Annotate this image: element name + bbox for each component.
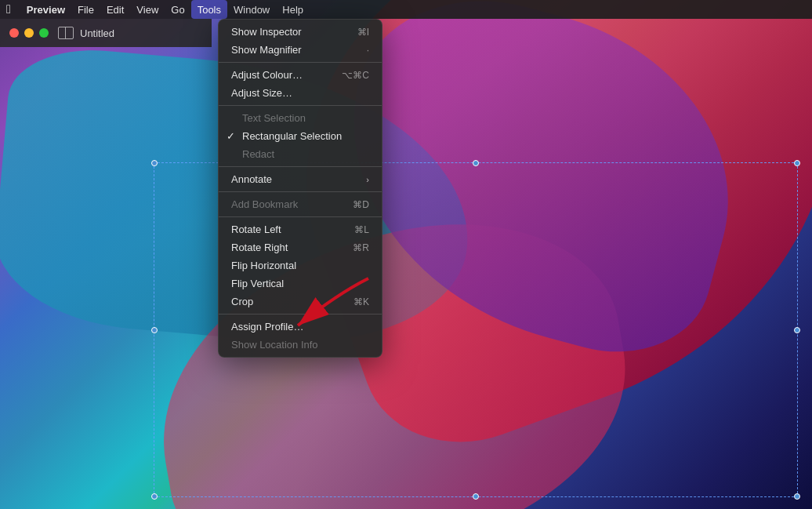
minimize-button[interactable]: [24, 28, 34, 38]
menu-item-flip-vertical[interactable]: Flip Vertical: [219, 274, 382, 293]
menu-item-label: Show Inspector: [231, 26, 302, 38]
separator-6: [219, 314, 382, 314]
menu-item-add-bookmark: Add Bookmark ⌘D: [219, 195, 382, 213]
menu-item-show-magnifier[interactable]: Show Magnifier ·: [219, 41, 382, 59]
menu-item-label: Annotate: [231, 173, 272, 185]
menu-item-label: Flip Vertical: [231, 278, 284, 289]
menu-item-label: Assign Profile…: [231, 321, 303, 333]
shortcut-show-inspector: ⌘I: [357, 27, 369, 38]
shortcut-add-bookmark: ⌘D: [353, 199, 369, 210]
menu-item-annotate[interactable]: Annotate ›: [219, 170, 382, 188]
shortcut-crop: ⌘K: [353, 296, 369, 307]
menu-item-label: Text Selection: [242, 112, 306, 124]
menubar-item-help[interactable]: Help: [276, 0, 310, 19]
close-button[interactable]: [9, 28, 19, 38]
menubar-item-view[interactable]: View: [130, 0, 165, 19]
menu-item-rectangular-selection[interactable]: ✓ Rectangular Selection: [219, 127, 382, 145]
selection-handle-tc[interactable]: [473, 160, 479, 166]
menu-item-redact: Redact: [219, 145, 382, 163]
menu-item-adjust-size[interactable]: Adjust Size…: [219, 84, 382, 102]
shortcut-rotate-right: ⌘R: [353, 242, 369, 253]
selection-handle-br[interactable]: [794, 493, 800, 500]
menubar-item-edit[interactable]: Edit: [100, 0, 130, 19]
shortcut-show-magnifier: ·: [367, 45, 369, 56]
selection-handle-tl[interactable]: [151, 160, 158, 166]
checkmark-icon: ✓: [227, 130, 235, 142]
menu-item-assign-profile[interactable]: Assign Profile…: [219, 318, 382, 336]
menu-item-show-location-info: Show Location Info: [219, 336, 382, 354]
menu-item-show-inspector[interactable]: Show Inspector ⌘I: [219, 23, 382, 41]
selection-handle-ml[interactable]: [151, 327, 158, 333]
shortcut-adjust-colour: ⌥⌘C: [342, 70, 369, 81]
menu-item-flip-horizontal[interactable]: Flip Horizontal: [219, 256, 382, 274]
menubar:  Preview File Edit View Go Tools Window…: [0, 0, 812, 19]
menubar-item-file[interactable]: File: [71, 0, 100, 19]
separator-2: [219, 105, 382, 106]
menu-item-rotate-left[interactable]: Rotate Left ⌘L: [219, 220, 382, 238]
submenu-arrow-icon: ›: [366, 175, 369, 184]
selection-handle-bl[interactable]: [151, 493, 158, 500]
menu-item-label: Show Location Info: [231, 339, 318, 351]
menubar-item-window[interactable]: Window: [227, 0, 276, 19]
menubar-item-preview[interactable]: Preview: [20, 0, 71, 19]
menu-item-label: Adjust Size…: [231, 87, 292, 99]
apple-menu-icon[interactable]: : [6, 2, 11, 16]
separator-5: [219, 216, 382, 217]
menu-item-label: Rotate Right: [231, 242, 288, 253]
menu-item-label: Adjust Colour…: [231, 69, 303, 81]
selection-handle-mr[interactable]: [794, 327, 800, 333]
menu-item-label: Flip Horizontal: [231, 260, 296, 271]
menu-item-label: Rectangular Selection: [242, 130, 342, 142]
shortcut-rotate-left: ⌘L: [354, 224, 369, 235]
selection-handle-bc[interactable]: [473, 493, 479, 500]
menu-item-label: Crop: [231, 296, 253, 307]
menu-item-label: Redact: [242, 148, 274, 160]
separator-4: [219, 191, 382, 192]
menu-item-rotate-right[interactable]: Rotate Right ⌘R: [219, 238, 382, 256]
menubar-item-tools[interactable]: Tools: [191, 0, 227, 19]
separator-1: [219, 62, 382, 63]
menu-item-label: Show Magnifier: [231, 44, 302, 56]
sidebar-toggle-icon[interactable]: [58, 27, 74, 39]
menu-item-crop[interactable]: Crop ⌘K: [219, 293, 382, 311]
menu-item-label: Rotate Left: [231, 224, 281, 235]
titlebar: Untitled: [0, 19, 212, 47]
menu-item-label: Add Bookmark: [231, 198, 298, 210]
menu-item-adjust-colour[interactable]: Adjust Colour… ⌥⌘C: [219, 66, 382, 84]
fullscreen-button[interactable]: [39, 28, 49, 38]
window-title: Untitled: [80, 27, 114, 39]
selection-handle-tr[interactable]: [794, 160, 800, 166]
separator-3: [219, 166, 382, 167]
traffic-lights: [9, 28, 49, 38]
tools-dropdown-menu: Show Inspector ⌘I Show Magnifier · Adjus…: [218, 19, 382, 358]
menu-item-text-selection: Text Selection: [219, 109, 382, 127]
menubar-item-go[interactable]: Go: [165, 0, 190, 19]
